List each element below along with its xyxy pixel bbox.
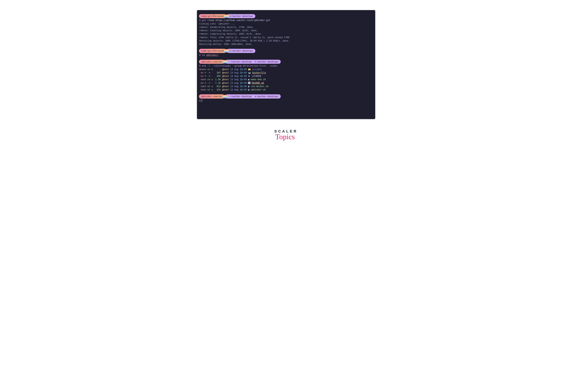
output-line: Cloning into 'zphisher'... — [197, 22, 375, 25]
prompt-symbol: λ — [199, 99, 201, 102]
output-line: Resolving deltas: 100% (804/804), done. — [197, 42, 375, 46]
dir-segment: zphisher master — [199, 60, 223, 64]
context-segment: rancher-desktop/ — [253, 94, 281, 98]
whale-icon — [228, 95, 231, 98]
sh-icon: ▣ — [248, 78, 249, 81]
output-block-1: Cloning into 'zphisher'...remote: Enumer… — [197, 22, 375, 46]
listing-row: .rw-r--r-- 35k ghost 13 Aug 18:49 🗎 LICE… — [197, 74, 375, 78]
cmd-line-2[interactable]: λ cd zphisher/ — [197, 53, 375, 57]
listing-row: .rwxr-xr-x 1.5k ghost 13 Aug 18:49 ▣ mak… — [197, 78, 375, 81]
whale-icon — [228, 60, 231, 63]
listing-row: .rw-r--r-- 7.1k ghost 13 Aug 18:49 🅼 REA… — [197, 81, 375, 85]
sh-icon: ▣ — [248, 88, 249, 91]
cd-path: zphisher/ — [206, 54, 218, 56]
cursor — [201, 99, 202, 102]
dir-segment: zphisher master — [199, 94, 223, 98]
listing-row: .rwxr-xr-x 812 ghost 13 Aug 18:49 ▣ run-… — [197, 85, 375, 88]
branch-icon — [212, 95, 214, 98]
file-name: run-docker.sh — [251, 85, 269, 88]
prompt-pill-3: zphisher master rancher-desktop rancher-… — [199, 60, 373, 64]
file-name: scripts — [252, 68, 262, 71]
output-line: remote: Enumerating objects: 1794, done. — [197, 25, 375, 29]
cmd-text: exa -l --color=always --group-directorie… — [202, 64, 277, 67]
docker-segment: rancher-desktop — [226, 60, 253, 64]
whale-icon: 🐋 — [248, 71, 251, 74]
file-name: LICENSE — [252, 75, 261, 77]
brand-logo: SCALER Topics — [14, 129, 558, 141]
output-line: remote: Total 1794 (delta 2), reused 5 (… — [197, 36, 375, 39]
prompt-symbol: λ — [199, 19, 201, 21]
file-icon: 🗎 — [248, 75, 250, 77]
prompt-symbol: λ — [199, 54, 201, 56]
context-segment: rancher-desktop/ — [253, 60, 281, 64]
brand-bottom-text: Topics — [13, 133, 557, 141]
cmd-line-1[interactable]: λ git clone https://github.com/htr-tech/… — [197, 18, 375, 22]
docker-segment: rancher-desktop — [226, 94, 253, 98]
context-segment: rancher-desktop/ — [228, 49, 255, 53]
prompt-symbol: λ — [199, 64, 201, 67]
cmd-word: git — [202, 19, 206, 21]
context-segment: rancher-desktop/ — [228, 14, 255, 18]
prompt-pill-2: Code/git/Personal rancher-desktop/ — [199, 49, 373, 53]
output-line: remote: Counting objects: 100% (8/8), do… — [197, 29, 375, 32]
file-name: Dockerfile — [252, 71, 266, 74]
output-line: Receiving objects: 100% (1794/1794), 28.… — [197, 39, 375, 42]
path-segment: Code/git/Personal — [199, 14, 225, 18]
cmd-line-3[interactable]: λ exa -l --color=always --group-director… — [197, 64, 375, 67]
listing-row: .rw-r--r-- 187 ghost 13 Aug 18:49 🐋 Dock… — [197, 71, 375, 74]
file-name: zphisher.sh — [251, 88, 266, 91]
file-listing: drwxr-xr-x - ghost 13 Aug 18:49 📂 script… — [197, 68, 375, 92]
output-line: remote: Compressing objects: 100% (6/6),… — [197, 32, 375, 35]
cmd-word: cd — [202, 54, 205, 56]
file-name: README.md — [252, 81, 264, 84]
listing-row: .rwxr-xr-x 31k ghost 13 Aug 18:49 ▣ zphi… — [197, 88, 375, 91]
prompt-pill-1: Code/git/Personal rancher-desktop/ — [199, 14, 373, 18]
gear-icon — [230, 15, 231, 18]
gear-icon — [255, 60, 256, 63]
gear-icon — [255, 95, 256, 98]
sh-icon: ▣ — [248, 85, 249, 88]
listing-row: drwxr-xr-x - ghost 13 Aug 18:49 📂 script… — [197, 68, 375, 71]
file-name: make-deb.sh — [251, 78, 266, 81]
gear-icon — [230, 49, 231, 52]
cmd-args: clone https://github.com/htr-tech/zphish… — [206, 19, 270, 21]
folder-icon: 📂 — [248, 68, 251, 71]
md-icon: 🅼 — [248, 81, 250, 84]
branch-icon — [212, 60, 214, 63]
path-segment: Code/git/Personal — [199, 49, 225, 53]
prompt-pill-4: zphisher master rancher-desktop rancher-… — [199, 94, 373, 98]
cmd-line-4[interactable]: λ — [197, 99, 375, 102]
terminal-window: Code/git/Personal rancher-desktop/ λ git… — [197, 10, 375, 119]
